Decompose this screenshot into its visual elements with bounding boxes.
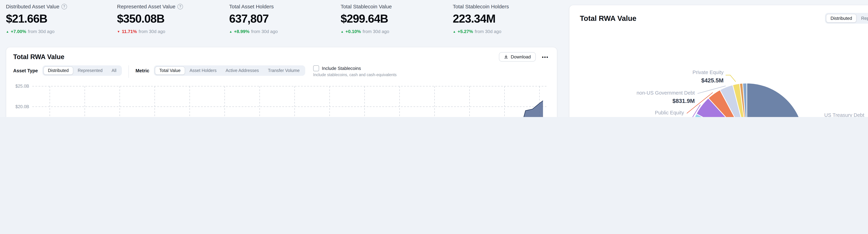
delta-suffix: from 30d ago [139, 29, 165, 34]
pie-label-us-treasury-debt: US Treasury Debt [824, 112, 864, 117]
include-stablecoins-label: Include Stablecoins [322, 66, 361, 71]
more-menu-button[interactable]: ••• [540, 53, 550, 61]
pie-label-non-us-government-debt: non-US Government Debt [637, 90, 695, 96]
y-axis-tick: $20.0B [16, 104, 29, 109]
delta-suffix: from 30d ago [475, 29, 501, 34]
stat-distributed-asset-value: Distributed Asset Value ? $21.66B ▲+7.00… [6, 3, 110, 34]
metric-option-total-value[interactable]: Total Value [155, 67, 185, 75]
pie-leader-line [726, 75, 736, 82]
pie-option-represented[interactable]: Represented [857, 14, 868, 23]
metric-label: Metric [135, 68, 150, 73]
pie-value-non-us-government-debt: $831.9M [673, 98, 695, 104]
stat-represented-asset-value: Represented Asset Value ? $350.08B ▼11.7… [117, 3, 221, 34]
stat-value: 637,807 [229, 12, 333, 25]
delta-up-icon: ▲ [229, 30, 232, 33]
stacked-area-chart: $0.00$5.0B$10.0B$15.0B$20.0B$25.0B1/1/19… [6, 81, 557, 117]
asset-type-label: Asset Type [13, 68, 38, 73]
help-icon[interactable]: ? [61, 4, 67, 9]
delta-pct: +8.99% [234, 29, 249, 34]
pie-value-private-equity: $425.5M [701, 77, 723, 84]
stat-value: $299.64B [341, 12, 445, 25]
stat-label: Total Asset Holders [229, 3, 274, 9]
delta-pct: +0.10% [345, 29, 361, 34]
total-rwa-value-pie-card: Total RWA Value Distributed Represented … [569, 5, 868, 117]
stat-label: Represented Asset Value [117, 3, 175, 9]
help-icon[interactable]: ? [178, 4, 183, 9]
pie-label-private-equity: Private Equity [692, 70, 723, 75]
stat-total-stablecoin-holders: Total Stablecoin Holders 223.34M ▲+5.27%… [453, 3, 557, 34]
metric-option-asset-holders[interactable]: Asset Holders [185, 67, 221, 75]
pie-option-distributed[interactable]: Distributed [826, 14, 857, 23]
delta-pct: +5.27% [458, 29, 473, 34]
stat-total-asset-holders: Total Asset Holders 637,807 ▲+8.99%from … [229, 3, 333, 34]
dashboard: Distributed Asset Value ? $21.66B ▲+7.00… [0, 0, 868, 117]
include-stablecoins-checkbox[interactable] [313, 66, 319, 71]
include-stablecoins-caption: Include stablecoins, cash and cash-equiv… [313, 73, 397, 77]
stat-label: Distributed Asset Value [6, 3, 59, 9]
delta-up-icon: ▲ [6, 30, 9, 33]
area-series-us-treasury-debt[interactable] [35, 101, 543, 117]
delta-suffix: from 30d ago [251, 29, 278, 34]
stat-value: $21.66B [6, 12, 110, 25]
stat-label: Total Stablecoin Holders [453, 3, 509, 9]
stat-value: 223.34M [453, 12, 557, 25]
y-axis-tick: $25.0B [16, 84, 29, 88]
delta-up-icon: ▲ [453, 30, 456, 33]
total-rwa-value-chart-card: Total RWA Value Download ••• Asset Type … [6, 47, 557, 117]
metric-option-transfer-volume[interactable]: Transfer Volume [264, 67, 304, 75]
delta-pct: +7.00% [11, 29, 26, 34]
pie-slice-us-treasury-debt[interactable] [747, 83, 804, 117]
asset-type-segmented-control: Distributed Represented All [42, 66, 122, 76]
pie-toggle-segmented-control: Distributed Represented All [825, 13, 868, 24]
delta-suffix: from 30d ago [363, 29, 389, 34]
delta-pct: 11.71% [122, 29, 137, 34]
divider [129, 66, 129, 78]
stat-label: Total Stablecoin Value [341, 3, 392, 9]
metric-option-active-addresses[interactable]: Active Addresses [221, 67, 264, 75]
delta-down-icon: ▼ [117, 30, 120, 33]
download-button[interactable]: Download [499, 52, 536, 61]
stat-value: $350.08B [117, 12, 221, 25]
chart-title: Total RWA Value [13, 53, 64, 61]
pie-label-public-equity: Public Equity [655, 110, 684, 115]
pie-title: Total RWA Value [580, 14, 637, 22]
download-icon [504, 55, 508, 59]
delta-up-icon: ▲ [341, 30, 344, 33]
asset-type-option-distributed[interactable]: Distributed [43, 67, 73, 75]
metric-segmented-control: Total Value Asset Holders Active Address… [154, 66, 305, 76]
asset-type-option-all[interactable]: All [107, 67, 121, 75]
asset-type-option-represented[interactable]: Represented [73, 67, 107, 75]
stat-total-stablecoin-value: Total Stablecoin Value $299.64B ▲+0.10%f… [341, 3, 445, 34]
delta-suffix: from 30d ago [28, 29, 55, 34]
area-series-line [330, 101, 543, 117]
